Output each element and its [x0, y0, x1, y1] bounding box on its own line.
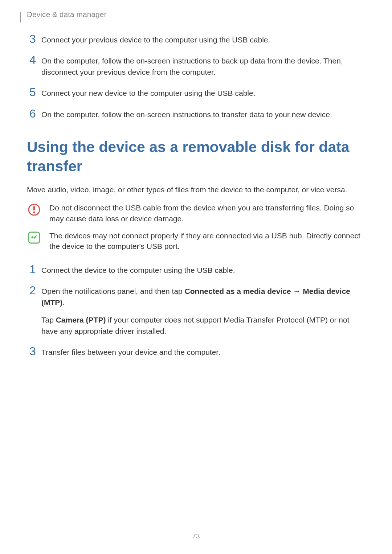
- step-item: 3 Connect your previous device to the co…: [27, 34, 365, 45]
- step-number: 3: [27, 33, 38, 45]
- text-fragment: .: [62, 298, 65, 307]
- info-note: The devices may not connect properly if …: [27, 230, 365, 252]
- bold-text: Camera (PTP): [56, 316, 106, 324]
- warning-note: Do not disconnect the USB cable from the…: [27, 202, 365, 224]
- step-text: Transfer files between your device and t…: [41, 347, 365, 358]
- page-number: 73: [0, 532, 392, 540]
- step-number: 3: [27, 345, 38, 357]
- step-item: 1 Connect the device to the computer usi…: [27, 265, 365, 276]
- step-item: 5 Connect your new device to the compute…: [27, 88, 365, 99]
- step-number: 4: [27, 54, 38, 66]
- step-text: On the computer, follow the on-screen in…: [41, 109, 365, 120]
- step-text: Connect your new device to the computer …: [41, 88, 365, 99]
- breadcrumb: Device & data manager: [27, 0, 106, 19]
- step-item: 4 On the computer, follow the on-screen …: [27, 56, 365, 78]
- info-icon: [27, 230, 41, 244]
- step-text: On the computer, follow the on-screen in…: [41, 56, 365, 78]
- warning-text: Do not disconnect the USB cable from the…: [49, 202, 365, 224]
- arrow-text: →: [291, 287, 303, 295]
- step-number: 5: [27, 86, 38, 98]
- step-item: 2 Open the notifications panel, and then…: [27, 286, 365, 337]
- svg-rect-1: [33, 206, 35, 210]
- step-list-secondary: 1 Connect the device to the computer usi…: [27, 265, 365, 358]
- step-number: 6: [27, 108, 38, 119]
- step-number: 1: [27, 263, 38, 275]
- step-text: Connect your previous device to the comp…: [41, 34, 365, 45]
- section-title: Using the device as a removable disk for…: [27, 138, 365, 176]
- step-item: 3 Transfer files between your device and…: [27, 347, 365, 358]
- page-content: 3 Connect your previous device to the co…: [0, 0, 392, 358]
- warning-icon: [27, 202, 41, 216]
- step-list-initial: 3 Connect your previous device to the co…: [27, 34, 365, 120]
- step-text: Connect the device to the computer using…: [41, 265, 365, 276]
- paragraph: Tap Camera (PTP) if your computer does n…: [41, 315, 365, 337]
- step-item: 6 On the computer, follow the on-screen …: [27, 109, 365, 120]
- info-text: The devices may not connect properly if …: [49, 230, 365, 252]
- intro-text: Move audio, video, image, or other types…: [27, 184, 365, 195]
- text-fragment: Tap: [41, 316, 56, 324]
- svg-point-2: [33, 212, 35, 214]
- page-header: Device & data manager: [20, 0, 106, 22]
- step-number: 2: [27, 284, 38, 296]
- bold-text: Connected as a media device: [185, 287, 291, 295]
- step-text: Open the notifications panel, and then t…: [41, 286, 365, 337]
- text-fragment: Open the notifications panel, and then t…: [41, 287, 185, 295]
